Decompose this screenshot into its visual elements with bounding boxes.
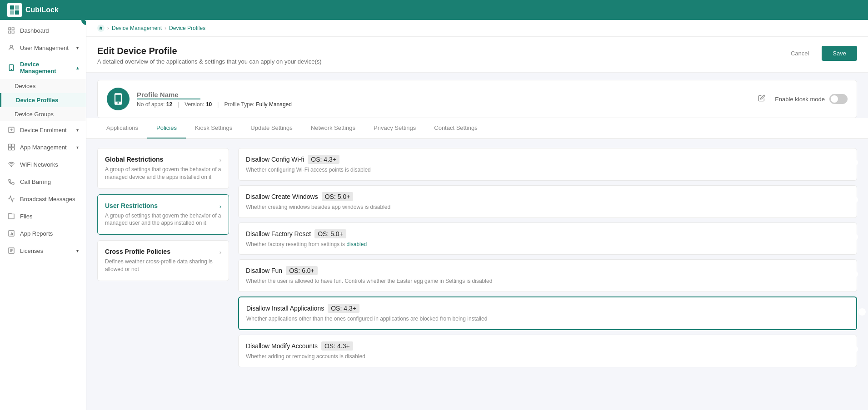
sidebar-item-device-enrolment[interactable]: Device Enrolment ▾ <box>0 121 86 138</box>
dashboard-icon <box>7 26 15 35</box>
policy-name-create-windows: Disallow Create Windows <box>246 193 318 200</box>
sidebar-label-device-management: Device Management <box>20 61 72 74</box>
svg-rect-0 <box>10 5 14 10</box>
sidebar-sub-label-device-groups: Device Groups <box>15 111 54 118</box>
os-badge-wifi: OS: 4.3+ <box>308 155 339 164</box>
breadcrumb-device-profiles: Device Profiles <box>169 25 205 31</box>
cancel-button[interactable]: Cancel <box>783 46 816 60</box>
apps-label: No of apps: 12 <box>137 101 172 108</box>
chevron-up-icon: ▴ <box>76 65 79 70</box>
cross-profile-title: Cross Profile Policies <box>105 248 170 255</box>
sidebar-item-wifi-networks[interactable]: WiFi Networks <box>0 156 86 173</box>
global-restrictions-title: Global Restrictions <box>105 156 163 163</box>
save-button[interactable]: Save <box>822 46 857 61</box>
kiosk-mode-label: Enable kiosk mode <box>775 96 825 103</box>
edit-profile-button[interactable] <box>758 94 765 104</box>
cross-profile-desc: Defines weather cross-profile data shari… <box>105 258 221 273</box>
sidebar-sub-item-device-profiles[interactable]: Device Profiles <box>0 93 86 107</box>
sidebar-item-user-management[interactable]: User Management ▾ <box>0 39 86 56</box>
svg-rect-1 <box>15 5 19 10</box>
breadcrumb-sep-2: › <box>165 25 166 31</box>
os-badge-fun: OS: 6.0+ <box>286 266 318 275</box>
policy-desc-wifi: Whether configuring Wi-Fi access points … <box>246 166 564 174</box>
policy-desc-modify-accounts: Whether adding or removing accounts is d… <box>246 353 564 361</box>
app-icon <box>7 143 15 151</box>
policy-item-disallow-modify-accounts: Disallow Modify Accounts OS: 4.3+ Whethe… <box>238 335 857 367</box>
tab-contact-settings[interactable]: Contact Settings <box>425 118 486 138</box>
policy-list: Disallow Config Wi-fi OS: 4.3+ Whether c… <box>229 148 857 372</box>
policy-title-row-wifi: Disallow Config Wi-fi OS: 4.3+ <box>246 155 844 164</box>
files-icon <box>7 212 15 220</box>
sidebar-sub-device-management: Devices Device Profiles Device Groups <box>0 79 86 121</box>
profile-name-input[interactable] <box>137 91 200 99</box>
logo-icon <box>7 3 22 17</box>
svg-rect-13 <box>12 144 15 147</box>
arrow-right-icon-user: › <box>219 203 221 210</box>
sidebar-item-app-management[interactable]: App Management ▾ <box>0 138 86 156</box>
sidebar-label-user-management: User Management <box>20 44 69 51</box>
top-bar: CubiLock <box>0 0 868 20</box>
profile-type-label: Profile Type: Fully Managed <box>224 101 292 108</box>
kiosk-mode-toggle[interactable] <box>829 94 848 104</box>
sidebar-item-licenses[interactable]: Licenses ▾ <box>0 242 86 259</box>
version-label: Version: 10 <box>185 101 212 108</box>
sidebar-label-device-enrolment: Device Enrolment <box>20 127 67 133</box>
svg-rect-5 <box>12 28 14 30</box>
policy-desc-install-apps: Whether applications other than the ones… <box>246 315 564 323</box>
page-header-left: Edit Device Profile A detailed overview … <box>97 46 322 65</box>
sidebar-label-files: Files <box>20 213 32 220</box>
sidebar-item-call-barring[interactable]: Call Barring <box>0 173 86 190</box>
logo-text: CubiLock <box>25 6 59 14</box>
page-header: Edit Device Profile A detailed overview … <box>86 37 868 73</box>
tab-privacy-settings[interactable]: Privacy Settings <box>364 118 425 138</box>
chevron-down-icon-licenses: ▾ <box>76 248 79 253</box>
tab-policies[interactable]: Policies <box>147 118 186 138</box>
licenses-icon <box>7 247 15 255</box>
policy-categories: Global Restrictions › A group of setting… <box>97 148 229 372</box>
sidebar-label-wifi: WiFi Networks <box>20 161 58 168</box>
tab-kiosk-settings[interactable]: Kiosk Settings <box>186 118 241 138</box>
sidebar-sub-item-device-groups[interactable]: Device Groups <box>0 107 86 121</box>
policy-desc-fun: Whether the user is allowed to have fun.… <box>246 277 564 285</box>
os-badge-install-apps: OS: 4.3+ <box>328 304 359 313</box>
profile-kiosk-toggle-area: Enable kiosk mode <box>758 94 848 104</box>
policy-item-info-wifi: Disallow Config Wi-fi OS: 4.3+ Whether c… <box>246 155 844 174</box>
policy-cat-global[interactable]: Global Restrictions › A group of setting… <box>97 148 229 189</box>
sidebar-sub-label-devices: Devices <box>15 83 35 89</box>
sidebar-sub-item-devices[interactable]: Devices <box>0 79 86 93</box>
policy-cat-user[interactable]: User Restrictions › A group of settings … <box>97 194 229 235</box>
sidebar-item-app-reports[interactable]: App Reports <box>0 225 86 242</box>
tab-network-settings[interactable]: Network Settings <box>302 118 364 138</box>
sidebar-item-device-management[interactable]: Device Management ▴ <box>0 56 86 79</box>
svg-point-16 <box>11 166 11 167</box>
policy-cat-cross[interactable]: Cross Profile Policies › Defines weather… <box>97 240 229 281</box>
svg-rect-15 <box>12 148 15 150</box>
policy-item-disallow-config-wifi: Disallow Config Wi-fi OS: 4.3+ Whether c… <box>238 148 857 181</box>
home-icon <box>97 25 105 32</box>
user-icon <box>7 44 15 52</box>
enrolment-icon <box>7 126 15 134</box>
policy-item-disallow-fun: Disallow Fun OS: 6.0+ Whether the user i… <box>238 259 857 292</box>
tab-update-settings[interactable]: Update Settings <box>241 118 302 138</box>
sidebar-label-dashboard: Dashboard <box>20 27 49 34</box>
sidebar-label-broadcast: Broadcast Messages <box>20 196 75 203</box>
logo: CubiLock <box>7 3 59 17</box>
wifi-icon <box>7 160 15 168</box>
policy-item-disallow-install-apps: Disallow Install Applications OS: 4.3+ W… <box>238 296 857 330</box>
chevron-down-icon-app: ▾ <box>76 145 79 150</box>
user-restrictions-title: User Restrictions <box>105 202 158 209</box>
page-description: A detailed overview of the applications … <box>97 58 322 65</box>
svg-rect-7 <box>12 31 14 33</box>
sidebar-item-dashboard[interactable]: Dashboard <box>0 22 86 39</box>
user-restrictions-desc: A group of settings that govern the beha… <box>105 212 221 227</box>
svg-rect-3 <box>15 10 19 15</box>
global-restrictions-desc: A group of settings that govern the beha… <box>105 166 221 181</box>
page-title: Edit Device Profile <box>97 46 322 56</box>
sidebar-item-broadcast-messages[interactable]: Broadcast Messages <box>0 190 86 207</box>
sidebar-item-files[interactable]: Files <box>0 207 86 225</box>
breadcrumb-sep-1: › <box>107 25 109 31</box>
sidebar-label-app-reports: App Reports <box>20 230 53 237</box>
svg-rect-12 <box>8 144 11 147</box>
breadcrumb-device-management[interactable]: Device Management <box>112 25 162 31</box>
tab-applications[interactable]: Applications <box>97 118 147 138</box>
